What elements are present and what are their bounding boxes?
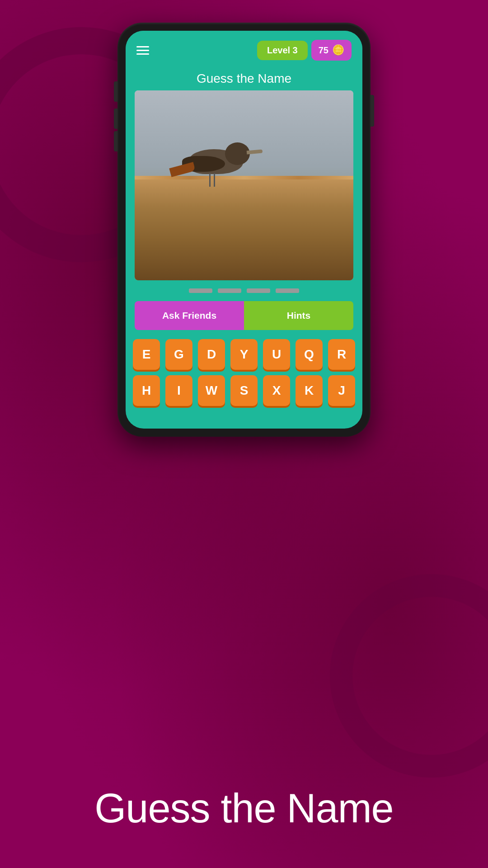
letter-R[interactable]: R [328, 339, 355, 370]
letter-U[interactable]: U [263, 339, 290, 370]
coins-count: 75 [319, 45, 328, 56]
phone-screen: Level 3 75 🪙 Guess the Name [126, 31, 362, 429]
header-right: Level 3 75 🪙 [257, 40, 352, 61]
bird-leg-2 [214, 173, 215, 187]
bird-image [135, 90, 353, 280]
bird-beak [247, 149, 263, 154]
letter-X[interactable]: X [263, 375, 290, 406]
phone-body: Level 3 75 🪙 Guess the Name [117, 23, 371, 437]
letter-E[interactable]: E [133, 339, 160, 370]
letter-W[interactable]: W [198, 375, 225, 406]
letter-I[interactable]: I [165, 375, 192, 406]
letter-Y[interactable]: Y [230, 339, 258, 370]
blank-slot-4 [276, 288, 299, 293]
letter-S[interactable]: S [230, 375, 258, 406]
answer-blanks [126, 280, 362, 297]
phone-frame: Level 3 75 🪙 Guess the Name [117, 23, 371, 437]
menu-line-3 [136, 53, 149, 55]
letter-keyboard: E G D Y U Q R H I W S X K J [126, 336, 362, 417]
letter-Q[interactable]: Q [296, 339, 323, 370]
menu-button[interactable] [136, 46, 149, 55]
bottom-title: Guess the Name [0, 785, 488, 832]
game-title: Guess the Name [126, 65, 362, 90]
coin-icon: 🪙 [332, 44, 344, 56]
keyboard-row-2: H I W S X K J [133, 375, 355, 406]
level-badge: Level 3 [257, 41, 308, 60]
hints-button[interactable]: Hints [244, 301, 353, 330]
letter-H[interactable]: H [133, 375, 160, 406]
bird-scene [135, 90, 353, 280]
letter-K[interactable]: K [296, 375, 323, 406]
ask-friends-button[interactable]: Ask Friends [135, 301, 244, 330]
menu-line-2 [136, 50, 149, 51]
letter-J[interactable]: J [328, 375, 355, 406]
bird-head [225, 142, 250, 165]
letter-G[interactable]: G [165, 339, 192, 370]
wood-perch [135, 176, 353, 280]
blank-slot-1 [189, 288, 212, 293]
bird-leg-1 [209, 173, 211, 187]
action-buttons: Ask Friends Hints [135, 301, 353, 330]
blank-slot-3 [247, 288, 270, 293]
app-header: Level 3 75 🪙 [126, 31, 362, 65]
menu-line-1 [136, 46, 149, 47]
letter-D[interactable]: D [198, 339, 225, 370]
keyboard-row-1: E G D Y U Q R [133, 339, 355, 370]
coins-badge: 75 🪙 [311, 40, 352, 61]
blank-slot-2 [218, 288, 241, 293]
